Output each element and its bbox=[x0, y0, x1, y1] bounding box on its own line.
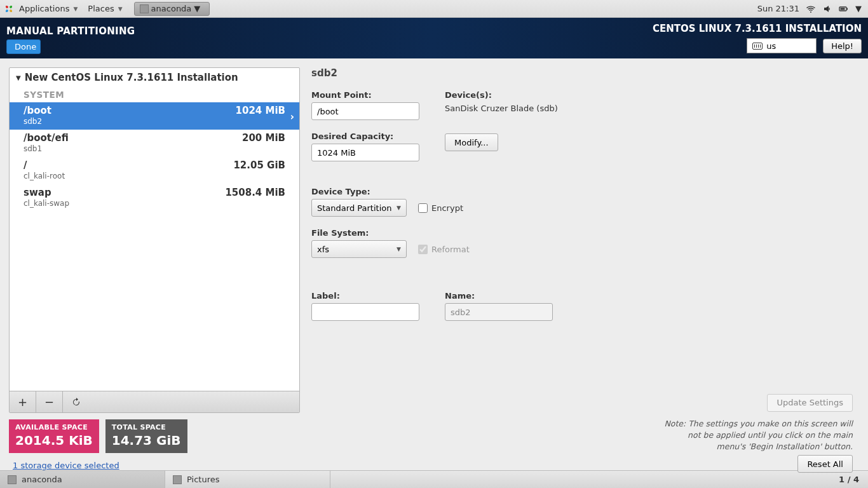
chevron-down-icon: ▼ bbox=[16, 74, 21, 81]
partition-row[interactable]: /12.05 GiBcl_kali-root bbox=[10, 157, 299, 184]
settings-note: Note: The settings you make on this scre… bbox=[662, 418, 853, 452]
main-content: ▼ New CentOS Linux 7.3.1611 Installation… bbox=[0, 58, 868, 470]
partition-label-label: Label: bbox=[311, 291, 419, 301]
available-space-label: AVAILABLE SPACE bbox=[15, 423, 93, 431]
partition-row[interactable]: /boot/efi200 MiBsdb1 bbox=[10, 130, 299, 157]
remove-partition-button[interactable]: − bbox=[36, 391, 63, 412]
system-tray: Sun 21:31 ▼ bbox=[757, 4, 864, 14]
active-app-menu[interactable]: anaconda ▼ bbox=[134, 2, 210, 16]
encrypt-label: Encrypt bbox=[431, 203, 463, 213]
tree-root[interactable]: ▼ New CentOS Linux 7.3.1611 Installation bbox=[10, 68, 299, 87]
device-type-select[interactable]: Standard Partition ▼ bbox=[311, 199, 407, 217]
chevron-down-icon: ▼ bbox=[194, 4, 200, 13]
partition-mount: /boot bbox=[24, 105, 51, 116]
svg-rect-1 bbox=[847, 8, 848, 10]
device-type-value: Standard Partition bbox=[317, 203, 391, 213]
clock[interactable]: Sun 21:31 bbox=[757, 4, 799, 13]
taskbar-item-pictures[interactable]: Pictures bbox=[165, 471, 330, 488]
reload-button[interactable] bbox=[63, 391, 90, 412]
partition-size: 12.05 GiB bbox=[233, 159, 285, 171]
partition-size: 200 MiB bbox=[242, 132, 285, 144]
refresh-icon bbox=[71, 397, 81, 407]
page-title: MANUAL PARTITIONING bbox=[6, 25, 135, 37]
devices-value: SanDisk Cruzer Blade (sdb) bbox=[445, 104, 558, 113]
activities-icon[interactable] bbox=[4, 4, 14, 14]
places-label: Places bbox=[88, 4, 114, 13]
applications-menu[interactable]: Applications ▼ bbox=[14, 3, 83, 15]
window-icon bbox=[173, 475, 182, 484]
partition-mount: / bbox=[24, 159, 27, 171]
mount-point-input[interactable] bbox=[311, 102, 419, 120]
partition-toolbar: + − bbox=[10, 391, 299, 412]
storage-devices-link[interactable]: 1 storage device selected bbox=[13, 461, 300, 470]
capacity-input[interactable] bbox=[311, 144, 419, 161]
gnome-bottom-panel: anaconda Pictures 1 / 4 bbox=[0, 470, 868, 488]
partition-mount: /boot/efi bbox=[24, 132, 69, 144]
space-summary: AVAILABLE SPACE 2014.5 KiB TOTAL SPACE 1… bbox=[9, 419, 300, 453]
reset-all-button[interactable]: Reset All bbox=[797, 455, 853, 473]
filesystem-label: File System: bbox=[311, 228, 855, 238]
chevron-down-icon[interactable]: ▼ bbox=[855, 4, 862, 13]
battery-icon[interactable] bbox=[839, 4, 849, 14]
reformat-label: Reformat bbox=[431, 245, 470, 254]
partition-row[interactable]: /boot1024 MiBsdb2› bbox=[10, 102, 299, 130]
chevron-down-icon: ▼ bbox=[397, 205, 401, 211]
partition-name-label: Name: bbox=[445, 291, 553, 301]
keyboard-icon bbox=[752, 43, 763, 50]
partition-tree: ▼ New CentOS Linux 7.3.1611 Installation… bbox=[9, 67, 300, 413]
install-title: CENTOS LINUX 7.3.1611 INSTALLATION bbox=[653, 23, 862, 34]
chevron-down-icon: ▼ bbox=[73, 6, 78, 12]
tree-root-label: New CentOS Linux 7.3.1611 Installation bbox=[25, 72, 238, 83]
taskbar-label: anaconda bbox=[22, 475, 62, 484]
keyboard-layout-label: us bbox=[766, 41, 776, 51]
total-space-value: 14.73 GiB bbox=[112, 433, 181, 448]
total-space-label: TOTAL SPACE bbox=[112, 423, 181, 431]
volume-icon[interactable] bbox=[822, 4, 832, 14]
help-button[interactable]: Help! bbox=[823, 39, 862, 53]
tree-section-label: SYSTEM bbox=[10, 87, 299, 102]
places-menu[interactable]: Places ▼ bbox=[83, 3, 127, 15]
partition-device: sdb1 bbox=[24, 144, 285, 153]
taskbar-item-anaconda[interactable]: anaconda bbox=[0, 471, 165, 488]
partition-device: sdb2 bbox=[24, 117, 285, 126]
partition-mount: swap bbox=[24, 187, 51, 198]
reformat-checkbox-input bbox=[418, 245, 428, 254]
partition-detail-pane: sdb2 Mount Point: Desired Capacity: Devi… bbox=[311, 67, 859, 470]
encrypt-checkbox-input[interactable] bbox=[418, 203, 428, 213]
modify-button[interactable]: Modify... bbox=[445, 133, 498, 151]
partition-size: 1508.4 MiB bbox=[225, 187, 285, 198]
device-type-label: Device Type: bbox=[311, 187, 855, 196]
applications-label: Applications bbox=[19, 4, 69, 13]
gnome-top-panel: Applications ▼ Places ▼ anaconda ▼ Sun 2… bbox=[0, 0, 868, 18]
anaconda-header: MANUAL PARTITIONING Done CENTOS LINUX 7.… bbox=[0, 18, 868, 58]
available-space-box: AVAILABLE SPACE 2014.5 KiB bbox=[9, 419, 99, 453]
keyboard-layout-selector[interactable]: us bbox=[747, 38, 817, 53]
partition-label-input[interactable] bbox=[311, 303, 419, 321]
available-space-value: 2014.5 KiB bbox=[15, 433, 93, 448]
done-button[interactable]: Done bbox=[6, 39, 41, 54]
taskbar-label: Pictures bbox=[187, 475, 219, 484]
detail-title: sdb2 bbox=[311, 67, 855, 79]
partition-device: cl_kali-root bbox=[24, 172, 285, 180]
chevron-down-icon: ▼ bbox=[397, 246, 401, 252]
svg-rect-2 bbox=[841, 8, 845, 10]
devices-label: Device(s): bbox=[445, 90, 558, 100]
wifi-icon[interactable] bbox=[806, 4, 816, 14]
app-icon bbox=[140, 4, 149, 13]
partition-row[interactable]: swap1508.4 MiBcl_kali-swap bbox=[10, 184, 299, 212]
partition-name-input bbox=[445, 303, 553, 321]
update-settings-button[interactable]: Update Settings bbox=[767, 394, 853, 412]
encrypt-checkbox[interactable]: Encrypt bbox=[418, 203, 463, 213]
partition-device: cl_kali-swap bbox=[24, 199, 285, 208]
partition-size: 1024 MiB bbox=[236, 105, 285, 116]
add-partition-button[interactable]: + bbox=[10, 391, 36, 412]
chevron-down-icon: ▼ bbox=[118, 6, 123, 12]
filesystem-select[interactable]: xfs ▼ bbox=[311, 240, 407, 258]
total-space-box: TOTAL SPACE 14.73 GiB bbox=[105, 419, 187, 453]
reformat-checkbox: Reformat bbox=[418, 245, 470, 254]
capacity-label: Desired Capacity: bbox=[311, 132, 419, 141]
mount-point-label: Mount Point: bbox=[311, 90, 419, 100]
active-app-label: anaconda bbox=[151, 4, 192, 13]
workspace-indicator[interactable]: 1 / 4 bbox=[830, 475, 868, 484]
window-icon bbox=[8, 475, 17, 484]
